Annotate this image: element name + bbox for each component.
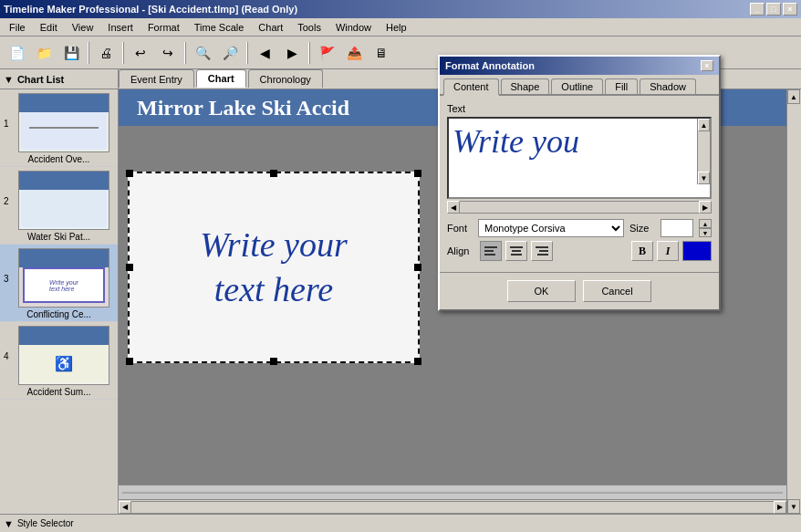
scroll-track-h[interactable] bbox=[131, 501, 774, 514]
menu-tools[interactable]: Tools bbox=[292, 20, 327, 35]
handle-tl[interactable] bbox=[126, 170, 133, 177]
chart-thumb-2 bbox=[18, 171, 109, 230]
undo-button[interactable]: ↩ bbox=[128, 40, 153, 66]
print-button[interactable]: 🖨 bbox=[93, 40, 119, 66]
text-hscroll[interactable]: ◀ ▶ bbox=[447, 201, 712, 214]
text-scroll-track-v[interactable] bbox=[698, 131, 710, 172]
font-row: Font Monotype Corsiva Arial Times New Ro… bbox=[447, 219, 712, 237]
text-vscroll[interactable]: ▲ ▼ bbox=[697, 119, 710, 184]
new-button[interactable]: 📄 bbox=[4, 40, 29, 66]
text-scroll-track-h[interactable] bbox=[460, 201, 699, 214]
save-button[interactable]: 💾 bbox=[58, 40, 84, 66]
svg-rect-6 bbox=[511, 254, 522, 256]
handle-tm[interactable] bbox=[270, 170, 277, 177]
align-left-button[interactable] bbox=[480, 241, 502, 261]
dialog-tab-shadow[interactable]: Shadow bbox=[640, 78, 696, 94]
nav-right-button[interactable]: ▶ bbox=[279, 40, 305, 66]
redo-button[interactable]: ↪ bbox=[155, 40, 181, 66]
scroll-right-button[interactable]: ▶ bbox=[774, 501, 786, 514]
tab-chart[interactable]: Chart bbox=[196, 69, 246, 88]
text-scroll-left[interactable]: ◀ bbox=[447, 201, 460, 214]
menu-chart[interactable]: Chart bbox=[253, 20, 288, 35]
tab-chronology[interactable]: Chronology bbox=[248, 69, 323, 88]
handle-bm[interactable] bbox=[270, 358, 277, 365]
scroll-track-v[interactable] bbox=[787, 104, 801, 499]
tab-event-entry[interactable]: Event Entry bbox=[119, 69, 194, 88]
align-center-button[interactable] bbox=[505, 241, 527, 261]
menu-insert[interactable]: Insert bbox=[102, 20, 139, 35]
close-button[interactable]: × bbox=[783, 3, 797, 16]
zoom-in-button[interactable]: 🔎 bbox=[217, 40, 243, 66]
size-spin[interactable]: ▲ ▼ bbox=[699, 219, 712, 237]
bold-button[interactable]: B bbox=[631, 241, 653, 261]
separator-5 bbox=[308, 42, 310, 64]
separator-4 bbox=[246, 42, 248, 64]
cancel-button[interactable]: Cancel bbox=[583, 280, 651, 302]
minimize-button[interactable]: _ bbox=[750, 3, 765, 16]
dialog-close-button[interactable]: × bbox=[701, 60, 713, 71]
dialog-tab-outline[interactable]: Outline bbox=[551, 78, 603, 94]
marker-button[interactable]: 🚩 bbox=[314, 40, 339, 66]
menu-view[interactable]: View bbox=[67, 20, 99, 35]
chart-list-header-label: ▼ Chart List bbox=[0, 69, 119, 89]
chart-item-4[interactable]: 4 ♿ Accident Sum... bbox=[0, 322, 118, 400]
handle-tr[interactable] bbox=[414, 170, 421, 177]
dialog-tabs: Content Shape Outline Fill Shadow bbox=[440, 75, 719, 96]
text-color-swatch[interactable] bbox=[682, 241, 712, 261]
menu-help[interactable]: Help bbox=[380, 20, 412, 35]
handle-br[interactable] bbox=[414, 358, 421, 365]
chart-thumb-4: ♿ bbox=[18, 326, 109, 385]
font-select[interactable]: Monotype Corsiva Arial Times New Roman bbox=[478, 219, 624, 237]
align-label: Align bbox=[447, 245, 476, 256]
chart-item-2[interactable]: 2 Water Ski Pat... bbox=[0, 167, 118, 245]
status-bar: ▼ Style Selector bbox=[0, 514, 801, 532]
chart-thumb-3: Write yourtext here bbox=[18, 248, 109, 308]
svg-rect-9 bbox=[537, 254, 548, 256]
open-button[interactable]: 📁 bbox=[31, 40, 57, 66]
size-up-button[interactable]: ▲ bbox=[699, 219, 712, 228]
menu-window[interactable]: Window bbox=[330, 20, 377, 35]
dialog-tab-shape[interactable]: Shape bbox=[501, 78, 550, 94]
scroll-down-button[interactable]: ▼ bbox=[787, 499, 800, 514]
scrollbar-horizontal[interactable]: ◀ ▶ bbox=[119, 499, 786, 514]
menu-file[interactable]: File bbox=[4, 20, 31, 35]
chart-item-1[interactable]: 1 Accident Ove... bbox=[0, 89, 118, 167]
chart-item-3[interactable]: 3 Write yourtext here Conflicting Ce... bbox=[0, 245, 118, 322]
svg-rect-4 bbox=[510, 246, 523, 248]
dialog-tab-content[interactable]: Content bbox=[443, 78, 499, 96]
text-scroll-up[interactable]: ▲ bbox=[698, 119, 710, 131]
scroll-left-button[interactable]: ◀ bbox=[119, 501, 131, 514]
chart-item-3-label: Conflicting Ce... bbox=[26, 309, 91, 319]
title-bar: Timeline Maker Professional - [Ski Accid… bbox=[0, 0, 801, 18]
text-preview-box[interactable]: Write you ▲ ▼ bbox=[447, 117, 712, 199]
svg-rect-2 bbox=[484, 250, 494, 252]
menu-timescale[interactable]: Time Scale bbox=[189, 20, 250, 35]
size-down-button[interactable]: ▼ bbox=[699, 228, 712, 237]
italic-button[interactable]: I bbox=[657, 241, 679, 261]
align-right-icon bbox=[536, 245, 548, 256]
handle-ml[interactable] bbox=[126, 264, 133, 271]
dialog-tab-fill[interactable]: Fill bbox=[605, 78, 638, 94]
dialog-title-text: Format Annotation bbox=[445, 60, 535, 71]
size-input[interactable]: 48 bbox=[661, 219, 693, 237]
annotation-box[interactable]: Write yourtext here bbox=[128, 172, 420, 363]
status-style-selector: Style Selector bbox=[17, 518, 74, 528]
svg-rect-3 bbox=[484, 254, 495, 256]
zoom-out-button[interactable]: 🔍 bbox=[190, 40, 215, 66]
format-annotation-dialog[interactable]: Format Annotation × Content Shape Outlin… bbox=[438, 55, 721, 311]
text-scroll-down[interactable]: ▼ bbox=[698, 172, 710, 184]
nav-left-button[interactable]: ◀ bbox=[252, 40, 277, 66]
maximize-button[interactable]: □ bbox=[766, 3, 781, 16]
align-right-button[interactable] bbox=[531, 241, 553, 261]
scrollbar-vertical[interactable]: ▲ ▼ bbox=[786, 89, 801, 514]
text-label: Text bbox=[447, 103, 712, 114]
text-scroll-right[interactable]: ▶ bbox=[699, 201, 712, 214]
export-button[interactable]: 📤 bbox=[341, 40, 367, 66]
menu-format[interactable]: Format bbox=[142, 20, 185, 35]
scroll-up-button[interactable]: ▲ bbox=[787, 89, 800, 104]
handle-mr[interactable] bbox=[414, 264, 421, 271]
ok-button[interactable]: OK bbox=[507, 280, 576, 302]
handle-bl[interactable] bbox=[126, 358, 133, 365]
menu-edit[interactable]: Edit bbox=[35, 20, 63, 35]
screen-button[interactable]: 🖥 bbox=[369, 40, 394, 66]
